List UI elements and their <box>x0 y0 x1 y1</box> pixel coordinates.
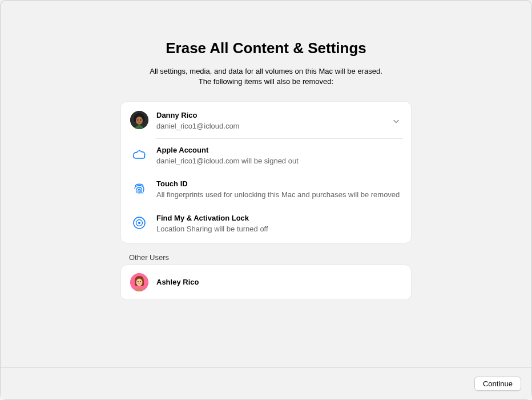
fingerprint-icon <box>130 179 148 198</box>
other-user-text: Ashley Rico <box>156 278 402 287</box>
apple-account-title: Apple Account <box>156 146 402 155</box>
cloud-icon <box>130 146 148 164</box>
svg-point-8 <box>136 279 143 286</box>
svg-point-6 <box>138 222 140 224</box>
chevron-down-icon <box>390 117 402 125</box>
footer-bar: Continue <box>1 367 531 399</box>
content-area: Erase All Content & Settings All setting… <box>1 1 531 399</box>
other-user-avatar-wrap <box>130 273 148 291</box>
touch-id-sub: All fingerprints used for unlocking this… <box>156 190 402 200</box>
avatar <box>130 273 148 291</box>
avatar <box>130 111 148 129</box>
other-users-card: Ashley Rico <box>121 265 411 299</box>
touch-id-row: Touch ID All fingerprints used for unloc… <box>121 173 411 206</box>
user-name: Danny Rico <box>156 111 386 121</box>
touch-id-title: Touch ID <box>156 179 402 189</box>
page-title: Erase All Content & Settings <box>166 39 366 57</box>
find-my-icon <box>130 214 148 232</box>
primary-user-card: Danny Rico daniel_rico1@icloud.com <box>121 102 411 243</box>
svg-point-3 <box>140 119 141 121</box>
other-user-row: Ashley Rico <box>121 265 411 299</box>
user-avatar-wrap <box>130 111 148 129</box>
page-subtitle: All settings, media, and data for all vo… <box>150 66 382 87</box>
other-users-label: Other Users <box>121 253 411 262</box>
svg-point-2 <box>137 119 138 121</box>
continue-button[interactable]: Continue <box>474 377 521 391</box>
find-my-row: Find My & Activation Lock Location Shari… <box>121 207 411 241</box>
touch-id-text: Touch ID All fingerprints used for unloc… <box>156 179 402 199</box>
apple-account-sub: daniel_rico1@icloud.com will be signed o… <box>156 156 402 166</box>
svg-point-10 <box>140 281 141 282</box>
find-my-title: Find My & Activation Lock <box>156 214 402 223</box>
find-my-text: Find My & Activation Lock Location Shari… <box>156 214 402 234</box>
user-text: Danny Rico daniel_rico1@icloud.com <box>156 111 386 131</box>
subtitle-line-2: The following items will also be removed… <box>199 77 333 86</box>
user-email: daniel_rico1@icloud.com <box>156 121 386 131</box>
svg-point-1 <box>136 117 143 125</box>
find-my-sub: Location Sharing will be turned off <box>156 224 402 234</box>
other-user-name: Ashley Rico <box>156 278 402 287</box>
svg-point-9 <box>138 281 139 282</box>
apple-account-row: Apple Account daniel_rico1@icloud.com wi… <box>121 139 411 173</box>
user-header-row[interactable]: Danny Rico daniel_rico1@icloud.com <box>121 104 411 138</box>
apple-account-text: Apple Account daniel_rico1@icloud.com wi… <box>156 146 402 166</box>
subtitle-line-1: All settings, media, and data for all vo… <box>150 67 382 75</box>
erase-assistant-window: Erase All Content & Settings All setting… <box>0 0 532 400</box>
